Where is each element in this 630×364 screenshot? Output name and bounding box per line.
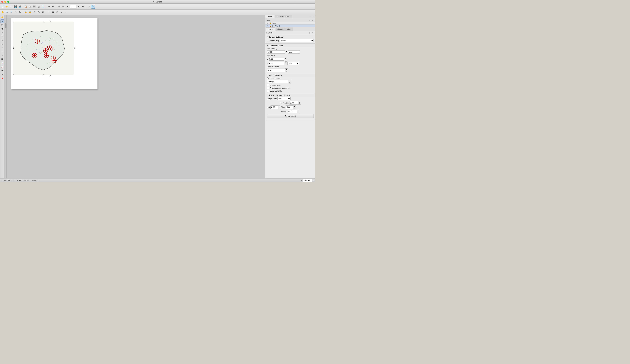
tab-items[interactable]: Items xyxy=(266,15,275,18)
ref-map-select[interactable]: Map 1 xyxy=(280,39,314,42)
map-item[interactable] xyxy=(13,21,74,75)
page-handle-right[interactable] xyxy=(74,47,76,48)
open-button[interactable]: 📂 xyxy=(5,5,9,8)
unlock-button[interactable]: 🔓 xyxy=(28,10,32,14)
attribute-table-tool[interactable]: 📊 xyxy=(0,61,4,65)
node-tool[interactable]: ⬚ xyxy=(0,23,4,27)
grid-offset-y-up[interactable]: ▲ xyxy=(285,62,287,63)
html-frame-tool[interactable]: ⬛ xyxy=(0,57,4,61)
maximize-button[interactable] xyxy=(7,1,9,3)
vscroll-thumb[interactable] xyxy=(5,23,6,28)
layout-expand-icon[interactable]: ⊞ xyxy=(308,31,311,34)
grid-offset-y-down[interactable]: ▼ xyxy=(285,63,287,65)
guides-grid-header[interactable]: ▼ Guides and Grid xyxy=(266,44,315,47)
next-page-button[interactable]: ▶ xyxy=(77,5,81,8)
grid-spacing-down[interactable]: ▼ xyxy=(285,52,288,54)
resize-layout-button[interactable]: Resize layout xyxy=(267,114,314,118)
grid-spacing-unit[interactable]: mm xyxy=(288,50,300,54)
items-expand-icon[interactable]: ⊞ xyxy=(308,19,311,21)
page-handle-top[interactable] xyxy=(50,21,51,22)
handle-bottom-left[interactable] xyxy=(13,74,14,75)
pan-button[interactable]: ✋ xyxy=(1,10,5,14)
undo-button[interactable]: ↩ xyxy=(47,5,51,8)
zoom-input[interactable] xyxy=(303,179,312,182)
print-button[interactable]: 🖨 xyxy=(28,5,32,8)
pan-tool[interactable]: ✋ xyxy=(0,15,4,19)
export-res-spin[interactable]: ▲ ▼ xyxy=(289,80,291,83)
page-handle-left[interactable] xyxy=(13,47,14,48)
handle-top-right[interactable] xyxy=(74,21,74,22)
export-res-up[interactable]: ▲ xyxy=(289,80,291,82)
grid-offset-x-spin[interactable]: ▲ ▼ xyxy=(285,57,287,61)
bottom-margin-spin[interactable]: ▲ ▼ xyxy=(297,110,299,113)
select-button[interactable]: ⬚ xyxy=(14,10,18,14)
tab-layout[interactable]: Layout xyxy=(266,27,275,31)
new-button[interactable]: 📄 xyxy=(1,5,5,8)
save-as-button[interactable]: 💾 xyxy=(18,5,22,8)
handle-bottom-right[interactable] xyxy=(74,74,74,75)
elevation-profile-tool[interactable]: 📈 xyxy=(0,65,4,69)
left-margin-up[interactable]: ▲ xyxy=(278,106,280,107)
export-res-input[interactable] xyxy=(267,80,288,83)
bottom-margin-up[interactable]: ▲ xyxy=(297,110,299,111)
ungroup-button[interactable]: ⬡ xyxy=(37,10,40,14)
general-settings-header[interactable]: ▼ General Settings xyxy=(266,35,315,38)
more-button[interactable]: ⋯ xyxy=(64,10,68,14)
grid-offset-x-down[interactable]: ▼ xyxy=(285,59,287,61)
right-margin-down[interactable]: ▼ xyxy=(294,107,296,109)
always-export-vectors-checkbox[interactable] xyxy=(267,87,269,89)
left-margin-spin[interactable]: ▲ ▼ xyxy=(278,105,280,109)
grid-offset-unit[interactable]: mm xyxy=(288,62,299,65)
pin-tool[interactable]: 📌 xyxy=(0,76,4,80)
snap-tolerance-up[interactable]: ▲ xyxy=(285,69,288,70)
zoom-fit-button[interactable]: ⤢ xyxy=(87,5,91,8)
top-margin-up[interactable]: ▲ xyxy=(298,101,301,103)
right-margin-up[interactable]: ▲ xyxy=(294,106,296,107)
image-tool[interactable]: 🖼 xyxy=(0,38,4,42)
align-right-button[interactable]: ⬒ xyxy=(55,10,59,14)
save-world-file-checkbox[interactable] xyxy=(267,90,269,92)
item-row-map1[interactable]: ✓ 🔒 Map 1 xyxy=(266,24,315,27)
text-tool[interactable]: T xyxy=(0,35,4,38)
panel-remove-icon[interactable]: × xyxy=(312,15,314,18)
legend-tool[interactable]: ≡ xyxy=(0,54,4,57)
bottom-margin-down[interactable]: ▼ xyxy=(297,111,299,113)
zoom-out-button[interactable]: 🔎 xyxy=(9,10,13,14)
zoom-in-button[interactable]: 🔍 xyxy=(5,10,9,14)
snap-tolerance-down[interactable]: ▼ xyxy=(285,70,288,72)
prev-page-button[interactable]: ◀ xyxy=(66,5,70,8)
snap-tolerance-spin[interactable]: ▲ ▼ xyxy=(285,68,288,72)
last-page-button[interactable]: ⏭ xyxy=(81,5,85,8)
resize-button[interactable]: ⤡ xyxy=(47,10,51,14)
page-input[interactable] xyxy=(70,5,76,8)
export-settings-header[interactable]: ▼ Export Settings xyxy=(266,74,315,77)
page-handle-bottom[interactable] xyxy=(50,75,51,76)
export-svg-button[interactable]: ◫ xyxy=(37,5,40,8)
zoom-in-status-button[interactable]: + xyxy=(312,179,314,182)
annotate-tool[interactable]: ✏ xyxy=(0,73,4,76)
refresh-button[interactable]: ↻ xyxy=(18,10,22,14)
window-controls[interactable] xyxy=(1,1,9,3)
handle-top-center[interactable] xyxy=(43,21,44,22)
group-button[interactable]: ⬡ xyxy=(32,10,36,14)
close-button[interactable] xyxy=(1,1,3,3)
resize-layout-header[interactable]: ▼ Resize Layout to Content xyxy=(266,94,315,97)
north-arrow-tool[interactable]: ↑ xyxy=(0,46,4,50)
minimize-button[interactable] xyxy=(4,1,6,3)
save-button[interactable]: 💾 xyxy=(14,5,18,8)
grid-offset-y-spin[interactable]: ▲ ▼ xyxy=(285,61,287,65)
select-group-button[interactable]: ▣ xyxy=(41,10,45,14)
zoom-out-status-button[interactable]: − xyxy=(301,179,302,182)
grid-offset-x-input[interactable] xyxy=(268,57,284,61)
panel-add-icon[interactable]: + xyxy=(309,15,311,18)
grid-offset-x-up[interactable]: ▲ xyxy=(285,57,287,59)
export-image-button[interactable]: 🖼 xyxy=(32,5,36,8)
distribute-button[interactable]: ≡ xyxy=(60,10,64,14)
select-tool[interactable]: ↖ xyxy=(0,19,4,23)
item-vis-map1[interactable]: ✓ xyxy=(266,25,269,27)
export-res-down[interactable]: ▼ xyxy=(289,82,291,83)
3d-map-tool[interactable]: 🗺 xyxy=(0,69,4,73)
top-margin-input[interactable] xyxy=(289,101,298,105)
top-margin-down[interactable]: ▼ xyxy=(298,103,301,105)
left-margin-input[interactable] xyxy=(270,106,278,109)
